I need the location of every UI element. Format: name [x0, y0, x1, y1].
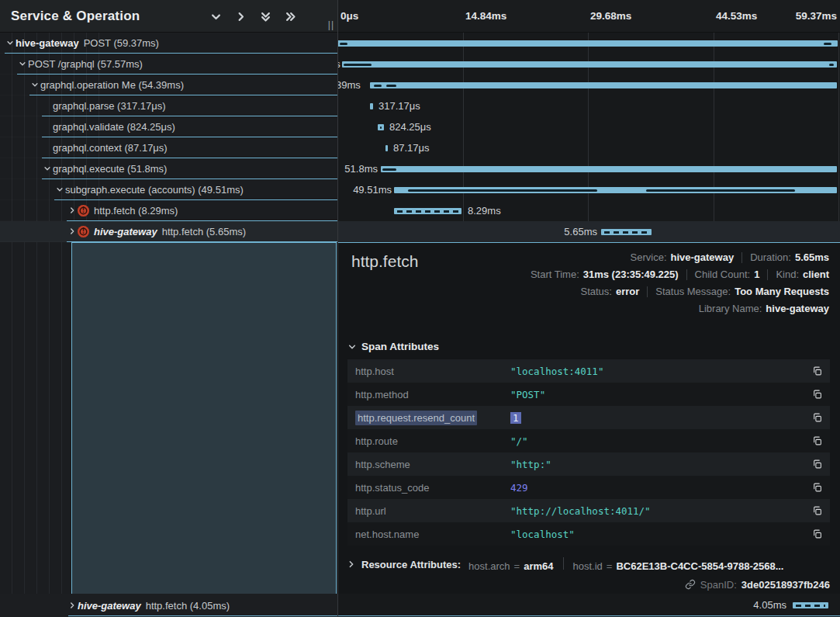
span-duration-bar[interactable] — [601, 229, 652, 235]
span-duration-bar[interactable] — [337, 40, 838, 47]
chevron-right-icon — [68, 227, 76, 235]
copy-button[interactable] — [807, 529, 822, 539]
resource-value: BC62E13B-C4CC-5854-9788-2568... — [616, 560, 783, 572]
resource-attributes-title: Resource Attributes: — [361, 559, 461, 570]
expand-toggle[interactable] — [67, 601, 78, 609]
span-duration-bar[interactable] — [381, 166, 837, 172]
span-tree-row[interactable]: graphql.execute (51.8ms) — [0, 158, 337, 179]
resource-value: arm64 — [524, 560, 553, 572]
operation-label: graphql.parse (317.17μs) — [53, 100, 166, 112]
meta-value: hive-gateway — [766, 300, 829, 317]
tree-controls — [209, 0, 297, 33]
waterfall-row[interactable]: 8.29ms — [337, 200, 840, 221]
span-duration-bar[interactable] — [378, 124, 384, 130]
panel-resize-handle[interactable]: || — [328, 19, 334, 30]
span-duration-bar[interactable] — [385, 145, 388, 151]
span-tree-row[interactable]: subgraph.execute (accounts) (49.51ms) — [0, 179, 337, 200]
expand-toggle[interactable] — [54, 185, 65, 193]
copy-button[interactable] — [807, 505, 822, 516]
waterfall-row[interactable]: 87.17μs — [337, 137, 840, 158]
expand-toggle[interactable] — [67, 227, 78, 235]
attribute-row[interactable]: http.status_code 429 — [347, 476, 830, 499]
span-id-value: 3de02518937fb246 — [741, 579, 830, 591]
span-attributes-header[interactable]: Span Attributes — [348, 341, 439, 352]
bar-event-mark — [374, 85, 382, 87]
attribute-value: "http://localhost:4011/" — [510, 505, 807, 517]
bottom-span-timeline-row[interactable]: 4.05ms — [337, 594, 840, 617]
expand-toggle[interactable] — [5, 39, 16, 47]
attribute-row[interactable]: http.request.resend_count 1 — [347, 406, 830, 429]
copy-button[interactable] — [807, 412, 822, 423]
double-chevron-down-button[interactable] — [258, 9, 272, 23]
attribute-key: http.host — [355, 366, 510, 377]
attribute-key: http.method — [355, 389, 510, 400]
expanded-span-block[interactable] — [71, 242, 337, 594]
waterfall-row[interactable] — [337, 33, 840, 54]
attribute-key: http.url — [355, 505, 510, 517]
attribute-row[interactable]: http.scheme "http:" — [347, 452, 830, 476]
chevron-down-icon — [19, 60, 26, 68]
span-tree-row[interactable]: !http.fetch (8.29ms) — [0, 200, 337, 221]
waterfall-row[interactable]: 317.17μs — [337, 95, 840, 116]
span-duration-label: 317.17μs — [379, 95, 420, 116]
span-tree-row[interactable]: graphql.validate (824.25μs) — [0, 116, 337, 137]
timeline-tick-label: 0μs — [340, 10, 358, 22]
span-duration-label: 49.51ms — [353, 179, 392, 200]
waterfall-row[interactable]: 54.39ms — [337, 75, 840, 95]
waterfall-row[interactable]: 51.8ms — [337, 158, 840, 179]
span-duration-bar[interactable] — [342, 61, 837, 68]
link-icon[interactable] — [685, 579, 696, 590]
copy-icon — [812, 412, 822, 423]
copy-button[interactable] — [807, 482, 822, 493]
waterfall-row[interactable]: 5.65ms — [337, 221, 840, 242]
copy-button[interactable] — [807, 389, 822, 400]
chevron-down-button[interactable] — [209, 9, 223, 23]
panel-divider[interactable] — [337, 0, 338, 617]
resource-attributes-row[interactable]: Resource Attributes: host.arch=arm64host… — [347, 555, 783, 574]
span-duration-bar[interactable] — [394, 208, 461, 214]
waterfall-row[interactable]: 57.57ms — [337, 54, 840, 75]
service-name: hive-gateway — [94, 226, 157, 237]
span-meta-line: Library Name:hive-gateway — [531, 300, 829, 317]
copy-button[interactable] — [807, 435, 822, 446]
operation-label: http.fetch (8.29ms) — [94, 205, 178, 217]
attribute-row[interactable]: net.host.name "localhost" — [347, 522, 830, 546]
span-tree-row[interactable]: graphql.context (87.17μs) — [0, 137, 337, 158]
copy-icon — [812, 482, 822, 493]
expand-toggle[interactable] — [67, 206, 78, 214]
span-tree-row[interactable]: !hive-gatewayhttp.fetch (5.65ms) — [0, 221, 337, 242]
copy-button[interactable] — [807, 366, 822, 376]
span-tree-row[interactable]: POST /graphql (57.57ms) — [0, 54, 337, 75]
attribute-row[interactable]: http.method "POST" — [347, 383, 830, 406]
span-tree-row[interactable]: hive-gatewayPOST (59.37ms) — [0, 33, 337, 54]
double-chevron-right-button[interactable] — [283, 9, 297, 23]
service-operation-panel: hive-gatewayPOST (59.37ms) POST /graphql… — [0, 0, 337, 617]
chevron-right-button[interactable] — [233, 9, 247, 23]
resource-attributes-pairs: host.arch=arm64host.id=BC62E13B-C4CC-585… — [468, 557, 783, 572]
span-duration-bar[interactable] — [370, 82, 837, 88]
attribute-row[interactable]: http.url "http://localhost:4011/" — [347, 499, 830, 522]
resource-key: host.arch — [468, 560, 510, 572]
operation-label: graphql.context (87.17μs) — [53, 142, 168, 154]
span-duration-bar[interactable] — [370, 103, 373, 109]
expand-toggle[interactable] — [17, 60, 28, 68]
timeline-tick-label: 14.84ms — [465, 10, 506, 22]
timeline-header: 0μs14.84ms29.68ms44.53ms59.37ms — [337, 0, 840, 33]
waterfall-row[interactable]: 824.25μs — [337, 116, 840, 137]
span-duration-bar[interactable] — [793, 602, 828, 608]
attribute-row[interactable]: http.route "/" — [347, 429, 830, 452]
bottom-span-tree-row[interactable]: hive-gatewayhttp.fetch (4.05ms) — [0, 594, 337, 617]
waterfall-row[interactable]: 49.51ms — [337, 179, 840, 200]
span-tree-row[interactable]: graphql.parse (317.17μs) — [0, 95, 337, 116]
span-duration-label: 824.25μs — [389, 116, 431, 137]
span-meta: Service:hive-gatewayDuration:5.65msStart… — [531, 249, 829, 317]
meta-separator — [647, 286, 648, 297]
copy-button[interactable] — [807, 459, 822, 470]
attribute-row[interactable]: http.host "localhost:4011" — [347, 359, 830, 383]
span-duration-label: 54.39ms — [337, 75, 361, 95]
span-tree-row[interactable]: graphql.operation Me (54.39ms) — [0, 75, 337, 95]
expand-toggle[interactable] — [29, 81, 40, 88]
span-duration-bar[interactable] — [394, 187, 837, 193]
attribute-value: 1 — [510, 412, 807, 424]
expand-toggle[interactable] — [42, 165, 53, 172]
